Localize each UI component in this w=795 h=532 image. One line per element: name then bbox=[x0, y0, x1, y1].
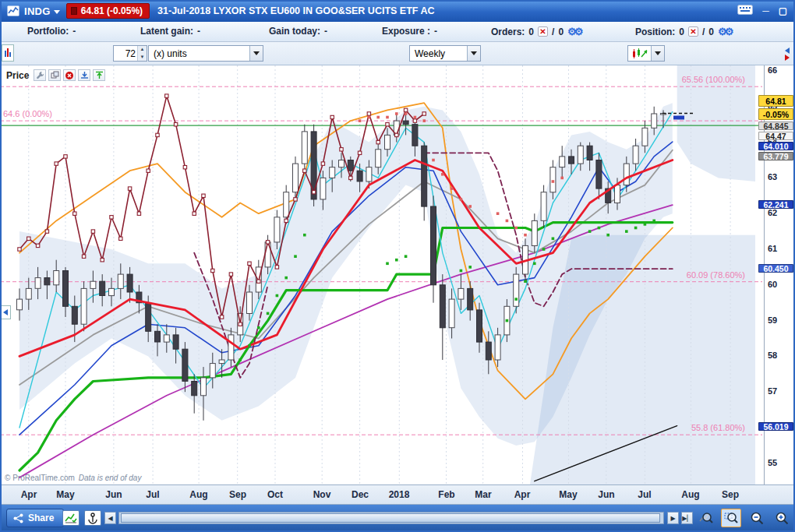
orders-count-2: 0 bbox=[558, 26, 564, 37]
chart-type-button[interactable] bbox=[627, 45, 665, 62]
share-label: Share bbox=[28, 513, 54, 523]
candlestick-style-icon bbox=[628, 46, 651, 61]
x-axis-month-label: Jun bbox=[100, 489, 128, 500]
scroll-to-end-button[interactable]: ▶▏ bbox=[681, 512, 693, 524]
left-panel-icon[interactable] bbox=[2, 44, 14, 62]
arrow-right-icon bbox=[785, 55, 790, 61]
price-change-badge: 64.81 (-0.05%) bbox=[66, 3, 150, 19]
minimize-icon[interactable]: ─ bbox=[762, 5, 769, 16]
x-axis-month-label: Apr bbox=[508, 489, 536, 500]
price-pane-toolbar: Price bbox=[5, 69, 107, 82]
orders-settings-icon[interactable]: ⚙⚙ bbox=[567, 26, 581, 37]
instrument-title: 31-Jul-2018 LYXOR STX EU600 IN GOO&SER U… bbox=[157, 5, 434, 16]
collapsed-panel-handle-icon[interactable] bbox=[0, 305, 11, 319]
price-box: 64.47 bbox=[758, 132, 793, 140]
price-box: 64.010 bbox=[758, 142, 793, 150]
bottom-toolbar: Share ◀ ▶ ▶▏ bbox=[0, 505, 795, 532]
x-axis-month-label: Nov bbox=[308, 489, 336, 500]
zoom-out-button[interactable] bbox=[747, 509, 767, 527]
fib-level-label: 64.6 (0.00%) bbox=[3, 109, 52, 118]
timeframe-select-arrow[interactable] bbox=[467, 46, 480, 61]
periods-input[interactable] bbox=[114, 46, 137, 61]
step-up-icon[interactable]: ▲ bbox=[138, 46, 147, 54]
move-pane-up-icon[interactable] bbox=[93, 69, 105, 81]
wrench-settings-icon[interactable] bbox=[34, 69, 46, 81]
maximize-icon[interactable]: ▢ bbox=[779, 5, 787, 16]
x-axis-month-label: Aug bbox=[677, 489, 705, 500]
symbol-name[interactable]: INDG bbox=[24, 5, 51, 17]
zoom-in-button[interactable] bbox=[772, 509, 792, 527]
trading-platform-window: INDG 64.81 (-0.05%) 31-Jul-2018 LYXOR ST… bbox=[0, 0, 795, 532]
chevron-down-icon bbox=[655, 51, 661, 55]
exposure-field: Exposure : - bbox=[382, 26, 437, 37]
sidebar-toggle-icon[interactable] bbox=[781, 45, 793, 62]
gain-today-value: - bbox=[324, 26, 327, 37]
candlestick-chart[interactable]: 65.56 (100.00%)64.6 (0.00%)60.09 (78.60%… bbox=[0, 65, 764, 484]
time-axis[interactable]: AprMayJunJulAugSepOctNovDec2018FebMarApr… bbox=[0, 484, 795, 505]
quote-text: 64.81 (-0.05%) bbox=[81, 5, 143, 16]
quote-icon bbox=[71, 7, 77, 15]
x-axis-month-label: May bbox=[554, 489, 582, 500]
price-box: 64.845 bbox=[758, 122, 793, 130]
x-axis-month-label: Aug bbox=[185, 489, 213, 500]
cancel-orders-icon[interactable]: ✕ bbox=[538, 26, 548, 37]
arrow-left-icon bbox=[785, 48, 790, 54]
x-axis-month-label: Sep bbox=[224, 489, 252, 500]
scroll-right-button[interactable]: ▶ bbox=[667, 512, 679, 524]
fib-level-label: 55.8 (61.80%) bbox=[691, 423, 745, 432]
pane-title: Price bbox=[6, 70, 29, 81]
move-pane-down-icon[interactable] bbox=[78, 69, 90, 81]
timeframe-select[interactable]: Weekly bbox=[409, 45, 481, 62]
chevron-down-icon bbox=[471, 51, 477, 55]
copyright-text: © ProRealTime.com bbox=[5, 474, 75, 482]
scrollbar-thumb[interactable] bbox=[121, 513, 660, 523]
units-select-arrow[interactable] bbox=[249, 46, 263, 61]
drawing-tools-icon[interactable] bbox=[84, 510, 101, 526]
x-axis-month-label: Jul bbox=[631, 489, 659, 500]
close-pane-icon[interactable] bbox=[63, 69, 76, 81]
share-icon bbox=[13, 513, 23, 523]
keyboard-icon[interactable] bbox=[737, 5, 753, 17]
price-box: 64.81 bbox=[758, 95, 793, 107]
position-count-2: 0 bbox=[708, 26, 714, 37]
periods-stepper[interactable]: ▲▼ bbox=[137, 46, 147, 61]
x-axis-month-label: Jul bbox=[139, 489, 167, 500]
duplicate-pane-icon[interactable] bbox=[48, 69, 61, 81]
orders-field: Orders: 0 ✕ / 0 ⚙⚙ bbox=[491, 26, 581, 37]
position-settings-icon[interactable]: ⚙⚙ bbox=[718, 26, 731, 37]
x-axis-month-label: Dec bbox=[346, 489, 374, 500]
chart-type-arrow[interactable] bbox=[651, 46, 664, 61]
chart-window-icon bbox=[6, 5, 20, 17]
exposure-value: - bbox=[434, 26, 437, 37]
close-position-icon[interactable]: ✕ bbox=[688, 26, 698, 37]
account-info-bar: Portfolio: - Latent gain: - Gain today: … bbox=[0, 22, 795, 42]
portfolio-value: - bbox=[72, 26, 76, 37]
zoom-box-button[interactable] bbox=[721, 509, 741, 527]
price-chart-panel[interactable]: 65.56 (100.00%)64.6 (0.00%)60.09 (78.60%… bbox=[0, 65, 795, 484]
periods-field: ▲▼ bbox=[113, 45, 147, 62]
x-axis-month-label: 2018 bbox=[385, 489, 413, 500]
position-slash: / bbox=[702, 26, 705, 37]
units-select[interactable]: (x) units bbox=[148, 45, 263, 62]
x-axis-month-label: Jun bbox=[592, 489, 620, 500]
latent-gain-label: Latent gain: bbox=[140, 26, 193, 37]
x-axis-month-label: Feb bbox=[433, 489, 461, 500]
x-axis-month-label: Apr bbox=[15, 489, 43, 500]
share-button[interactable]: Share bbox=[6, 509, 64, 527]
orders-slash: / bbox=[552, 26, 554, 37]
portfolio-label: Portfolio: bbox=[27, 26, 69, 37]
orders-count: 0 bbox=[528, 26, 534, 37]
horizontal-scrollbar[interactable] bbox=[118, 512, 664, 524]
price-box: 56.019 bbox=[758, 422, 793, 431]
fib-level-label: 60.09 (78.60%) bbox=[687, 270, 745, 280]
x-axis-month-label: Oct bbox=[261, 489, 289, 500]
step-down-icon[interactable]: ▼ bbox=[138, 54, 147, 62]
latent-gain-field: Latent gain: - bbox=[140, 26, 200, 37]
latent-gain-value: - bbox=[197, 26, 200, 37]
scroll-left-button[interactable]: ◀ bbox=[104, 512, 116, 524]
zoom-fit-button[interactable] bbox=[696, 509, 716, 527]
price-axis-value-boxes: 64.81-0.05%64.84564.4764.01063.77962.241… bbox=[758, 65, 795, 484]
data-note-text: Data is end of day bbox=[79, 474, 142, 482]
symbol-dropdown-icon[interactable] bbox=[54, 10, 60, 14]
backtest-icon[interactable] bbox=[62, 510, 80, 526]
